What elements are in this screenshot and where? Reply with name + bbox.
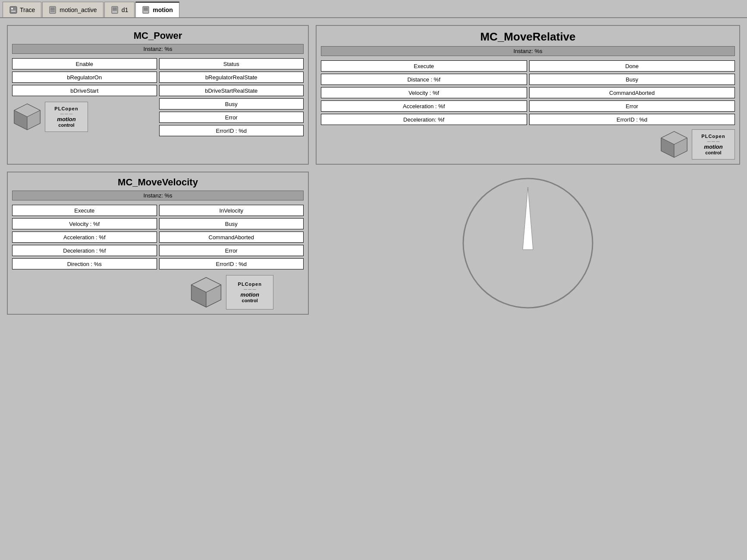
mc-rel-distance[interactable]: Distance : %f (321, 74, 527, 85)
mc-rel-velocity[interactable]: Velocity : %f (321, 87, 527, 98)
mc-power-right: Status bRegulatorRealState bDriveStartRe… (159, 58, 304, 136)
mc-move-relative-title: MC_MoveRelative (321, 30, 735, 44)
mc-move-velocity-title: MC_MoveVelocity (12, 177, 304, 188)
svg-rect-4 (50, 7, 55, 11)
mc-move-relative-right: Done Busy CommandAborted Error ErrorID :… (529, 60, 735, 125)
mc-vel-errorid[interactable]: ErrorID : %d (159, 258, 304, 269)
svg-rect-0 (10, 6, 17, 13)
mc-vel-velocity[interactable]: Velocity : %f (12, 218, 157, 229)
mc-power-left: Enable bRegulatorOn bDriveStart PLCopen … (12, 58, 157, 136)
module-icon (49, 6, 57, 14)
mc-power-bregulatoron[interactable]: bRegulatorOn (12, 72, 157, 83)
mc-rel-execute[interactable]: Execute (321, 60, 527, 72)
tab-trace[interactable]: Trace (3, 2, 41, 17)
mc-vel-acceleration[interactable]: Acceleration : %f (12, 232, 157, 243)
mc-power-busy[interactable]: Busy (159, 98, 304, 109)
mc-power-errorid[interactable]: ErrorID : %d (159, 125, 304, 136)
cube-icon-relative (659, 129, 689, 160)
svg-point-1 (11, 8, 13, 9)
mc-power-enable[interactable]: Enable (12, 58, 157, 69)
mc-power-bdrivestart[interactable]: bDriveStart (12, 85, 157, 96)
mc-power-bregulatorreal[interactable]: bRegulatorRealState (159, 72, 304, 83)
mc-move-relative-panel: MC_MoveRelative Instanz: %s Execute Dist… (316, 25, 740, 165)
mc-vel-right: InVelocity Busy CommandAborted Error Err… (159, 205, 304, 310)
mc-rel-icons: PLCopen — — — motion control (321, 129, 735, 160)
mc-move-relative-left: Execute Distance : %f Velocity : %f Acce… (321, 60, 527, 125)
mc-vel-commandaborted[interactable]: CommandAborted (159, 232, 304, 243)
gauge-panel (316, 172, 740, 315)
svg-rect-7 (113, 7, 117, 11)
module-icon3 (142, 6, 151, 14)
mc-power-icons: PLCopen — — — motion control (12, 102, 157, 132)
main-content: MC_Power Instanz: %s Enable bRegulatorOn… (0, 18, 747, 322)
mc-rel-commandaborted[interactable]: CommandAborted (529, 87, 735, 98)
mc-rel-error[interactable]: Error (529, 100, 735, 112)
mc-power-panel: MC_Power Instanz: %s Enable bRegulatorOn… (7, 25, 309, 165)
mc-power-instanz: Instanz: %s (12, 44, 304, 54)
mc-rel-busy[interactable]: Busy (529, 74, 735, 85)
tab-d1[interactable]: d1 (104, 2, 135, 17)
mc-vel-direction[interactable]: Direction : %s (12, 258, 157, 269)
mc-vel-icons: PLCopen — — — motion control (159, 275, 304, 310)
mc-vel-busy[interactable]: Busy (159, 218, 304, 229)
mc-move-relative-instanz: Instanz: %s (321, 46, 735, 56)
mc-vel-left: Execute Velocity : %f Acceleration : %f … (12, 205, 157, 310)
mc-vel-deceleration[interactable]: Deceleration : %f (12, 245, 157, 256)
mc-rel-errorid[interactable]: ErrorID : %d (529, 114, 735, 125)
svg-rect-9 (144, 7, 148, 11)
mc-vel-invelocity[interactable]: InVelocity (159, 205, 304, 216)
tab-bar: Trace motion_active d1 motion (0, 0, 747, 18)
mc-rel-acceleration[interactable]: Acceleration : %f (321, 100, 527, 112)
plcopen-badge-velocity: PLCopen — — — motion control (226, 275, 273, 310)
tab-motion-active[interactable]: motion_active (42, 2, 103, 17)
mc-vel-execute[interactable]: Execute (12, 205, 157, 216)
mc-move-relative-fields: Execute Distance : %f Velocity : %f Acce… (321, 60, 735, 125)
mc-rel-deceleration[interactable]: Deceleration: %f (321, 114, 527, 125)
plcopen-badge-power: PLCopen — — — motion control (45, 102, 88, 132)
mc-move-velocity-panel: MC_MoveVelocity Instanz: %s Execute Velo… (7, 172, 309, 315)
mc-power-fields: Enable bRegulatorOn bDriveStart PLCopen … (12, 58, 304, 136)
gauge-dial (459, 174, 597, 312)
tab-d1-label: d1 (122, 6, 129, 13)
mc-power-title: MC_Power (12, 30, 304, 41)
cube-icon-power (12, 102, 42, 132)
mc-move-velocity-instanz: Instanz: %s (12, 191, 304, 200)
tab-motion[interactable]: motion (135, 2, 179, 17)
debug-icon (9, 6, 18, 14)
tab-motion-label: motion (153, 6, 173, 13)
mc-vel-error[interactable]: Error (159, 245, 304, 256)
mc-power-status[interactable]: Status (159, 58, 304, 69)
mc-rel-done[interactable]: Done (529, 60, 735, 72)
plcopen-badge-relative: PLCopen — — — motion control (692, 129, 735, 160)
cube-icon-velocity (189, 275, 223, 310)
tab-motion-active-label: motion_active (60, 6, 97, 13)
mc-move-velocity-fields: Execute Velocity : %f Acceleration : %f … (12, 205, 304, 310)
module-icon2 (111, 6, 119, 14)
tab-trace-label: Trace (20, 6, 35, 13)
mc-power-error[interactable]: Error (159, 112, 304, 123)
mc-power-bdrivereal[interactable]: bDriveStartRealState (159, 85, 304, 96)
